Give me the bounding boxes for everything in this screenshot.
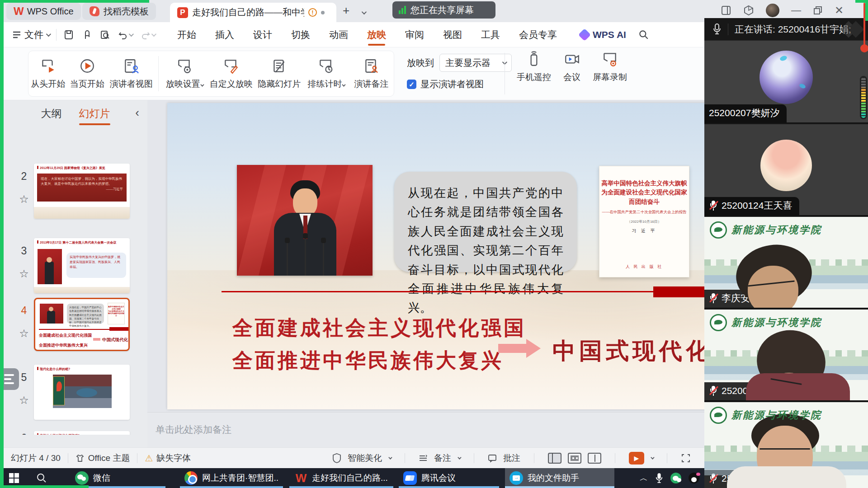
- save-icon[interactable]: [63, 29, 75, 41]
- notes-area[interactable]: 单击此处添加备注: [147, 412, 704, 447]
- slide-headline-1[interactable]: 全面建成社会主义现代化强国: [232, 314, 526, 342]
- star-icon[interactable]: ☆: [16, 267, 32, 280]
- redo-button[interactable]: [140, 29, 151, 41]
- ribbon-tab-insert[interactable]: 插入: [206, 23, 244, 47]
- app-tab-template-store[interactable]: 找稻壳模板: [82, 3, 156, 20]
- rehearse-timings-button[interactable]: 排练计时: [303, 57, 349, 90]
- restore-button[interactable]: [813, 5, 823, 15]
- workspace-box-icon[interactable]: [743, 5, 754, 16]
- speech-photo[interactable]: [237, 165, 373, 276]
- star-icon[interactable]: ☆: [16, 394, 32, 407]
- tray-expand-chevron[interactable]: ︿: [640, 473, 648, 483]
- slideshow-play-button[interactable]: ▶: [629, 452, 644, 465]
- close-button[interactable]: ✕: [835, 4, 844, 17]
- user-avatar[interactable]: [766, 4, 779, 17]
- normal-view-button[interactable]: [548, 453, 561, 464]
- new-tab-button[interactable]: +: [343, 5, 349, 16]
- speaker-notes-button[interactable]: 演讲备注: [349, 57, 394, 90]
- muted-mic-icon: [709, 200, 718, 211]
- ribbon-tab-tools[interactable]: 工具: [472, 23, 509, 47]
- play-from-start-button[interactable]: 从头开始: [28, 57, 68, 90]
- tray-microphone-icon[interactable]: [655, 473, 663, 483]
- ribbon-tab-home[interactable]: 开始: [168, 23, 206, 47]
- document-tab[interactable]: P 走好我们自己的路——和中学 !: [170, 3, 336, 22]
- tab-slides[interactable]: 幻灯片: [79, 107, 110, 121]
- star-icon[interactable]: ☆: [16, 327, 32, 340]
- beautify-label[interactable]: 智能美化: [348, 452, 382, 464]
- slide-editor-area: 从现在起，中国共产党的中心任务就是团结带领全国各族人民全面建成社会主义现代化强国…: [147, 100, 704, 447]
- taskbar-app-chrome[interactable]: 网上共青团·智慧团...: [180, 468, 283, 488]
- file-menu[interactable]: 文件: [12, 28, 50, 41]
- ribbon-tab-review[interactable]: 审阅: [396, 23, 434, 47]
- school-logo-icon: [710, 314, 727, 331]
- tab-outline[interactable]: 大纲: [41, 107, 62, 121]
- notes-toggle-label[interactable]: 备注: [434, 452, 451, 464]
- fullscreen-icon[interactable]: [681, 453, 691, 463]
- ribbon-tab-transition[interactable]: 切换: [282, 23, 320, 47]
- side-pane-icon[interactable]: [721, 5, 731, 16]
- hide-slide-button[interactable]: 隐藏幻灯片: [255, 57, 303, 90]
- reading-view-button[interactable]: [588, 453, 601, 464]
- share-bars-icon: [399, 6, 406, 14]
- undo-button[interactable]: [117, 29, 129, 41]
- taskbar-app-file-assistant[interactable]: 我的文件助手: [505, 468, 614, 488]
- participant-tile[interactable]: 新能源与环境学院 25200131徐万洲: [704, 402, 868, 488]
- play-from-current-button[interactable]: 当页开始: [68, 57, 107, 90]
- meeting-button[interactable]: 会议: [556, 51, 588, 83]
- participant-tile[interactable]: 25200124王天喜: [704, 124, 868, 216]
- screen-record-button[interactable]: 屏幕录制: [588, 51, 632, 83]
- ribbon-tab-membership[interactable]: 会员专享: [509, 23, 566, 47]
- display-to-dropdown[interactable]: 主要显示器: [439, 54, 512, 72]
- status-bar: 幻灯片 4 / 30 Office 主题 ⚠ 缺失字体 智能美化 备注 批注 ▶: [4, 447, 704, 468]
- slide-thumbnail-3[interactable]: 2013年3月17日 第十二届全国人民代表大会第一次会议 实现中华民族伟大复兴的…: [34, 238, 130, 293]
- phone-remote-button[interactable]: 手机遥控: [512, 51, 556, 83]
- school-logo-icon: [710, 407, 727, 424]
- collapse-panel-chevron[interactable]: ‹: [135, 106, 139, 120]
- slide-panel: 大纲 幻灯片 ‹ 2 ☆ 2012年11月29日 国家博物馆《复兴之路》展览 现…: [4, 100, 147, 447]
- ribbon-tab-view[interactable]: 视图: [434, 23, 472, 47]
- key-term[interactable]: 中国式现代化: [552, 336, 712, 367]
- presenter-view-button[interactable]: 演讲者视图: [107, 57, 156, 90]
- doc-warning-icon[interactable]: !: [308, 8, 317, 17]
- search-button[interactable]: [638, 29, 650, 41]
- theme-label[interactable]: Office 主题: [88, 452, 130, 464]
- tray-wechat-icon[interactable]: [670, 473, 681, 483]
- minimize-button[interactable]: —: [791, 5, 801, 16]
- slide-thumbnail-5[interactable]: 现代化是什么样的呢?: [34, 365, 130, 420]
- slide-canvas[interactable]: 从现在起，中国共产党的中心任务就是团结带领全国各族人民全面建成社会主义现代化强国…: [167, 103, 724, 409]
- slide-thumbnail-6[interactable]: 选择什么样的现代化道路呢? “四个现代化”: [34, 431, 130, 435]
- quote-bubble[interactable]: 从现在起，中国共产党的中心任务就是团结带领全国各族人民全面建成社会主义现代化强国…: [394, 172, 577, 272]
- participant-tile[interactable]: 新能源与环境学院 25200309冯玥颖: [704, 310, 868, 401]
- taskbar-app-tencent-meeting[interactable]: 腾讯会议: [399, 468, 499, 488]
- speaker-view-checkbox[interactable]: ✓ 显示演讲者视图: [407, 78, 512, 90]
- ribbon-tab-design[interactable]: 设计: [244, 23, 282, 47]
- volume-slider[interactable]: [863, 3, 865, 46]
- tab-unsaved-dot[interactable]: [321, 11, 325, 14]
- output-icon[interactable]: [81, 29, 93, 41]
- custom-slideshow-button[interactable]: 自定义放映: [207, 57, 255, 90]
- slide-thumbnail-4-selected[interactable]: 从现在起，中国共产党的中心任务就是团结带领全国各族人民全面建成社会主义现代化强国…: [34, 298, 130, 351]
- slide-sorter-view-button[interactable]: [568, 453, 581, 464]
- find-replace-icon[interactable]: [99, 29, 111, 41]
- missing-font-label[interactable]: 缺失字体: [156, 452, 191, 464]
- slideshow-settings-button[interactable]: 放映设置: [161, 57, 207, 90]
- app-tab-wps-office[interactable]: W WPS Office: [6, 3, 81, 20]
- star-icon[interactable]: ☆: [16, 193, 32, 206]
- participant-tile[interactable]: 25200207樊妍汐: [704, 41, 868, 123]
- ribbon-tab-animation[interactable]: 动画: [320, 23, 358, 47]
- share-banner-text: 您正在共享屏幕: [410, 4, 474, 16]
- taskbar-app-wps[interactable]: W 走好我们自己的路...: [289, 468, 393, 488]
- slide-headline-2[interactable]: 全面推进中华民族伟大复兴: [232, 347, 504, 374]
- comments-label[interactable]: 批注: [503, 452, 520, 464]
- slide-thumbnail-2[interactable]: 2012年11月29日 国家博物馆《复兴之路》展览 现在，大家都在讨论中国梦，我…: [34, 164, 130, 219]
- ribbon-tab-slideshow[interactable]: 放映: [358, 23, 396, 47]
- wps-ai-button[interactable]: WPS AI: [580, 29, 626, 40]
- tray-qq-icon[interactable]: [689, 473, 699, 483]
- notes-placeholder: 单击此处添加备注: [156, 423, 231, 436]
- tab-list-chevron[interactable]: [362, 8, 365, 16]
- participant-tile[interactable]: 新能源与环境学院 李庆安: [704, 217, 868, 309]
- slide-number: 4: [17, 305, 31, 317]
- theme-icon: [75, 454, 85, 463]
- report-book-cover[interactable]: 高举中国特色社会主义伟大旗帜 为全面建设社会主义现代化国家而团结奋斗 ——在中国…: [599, 166, 689, 277]
- slide-number: 3: [17, 245, 31, 257]
